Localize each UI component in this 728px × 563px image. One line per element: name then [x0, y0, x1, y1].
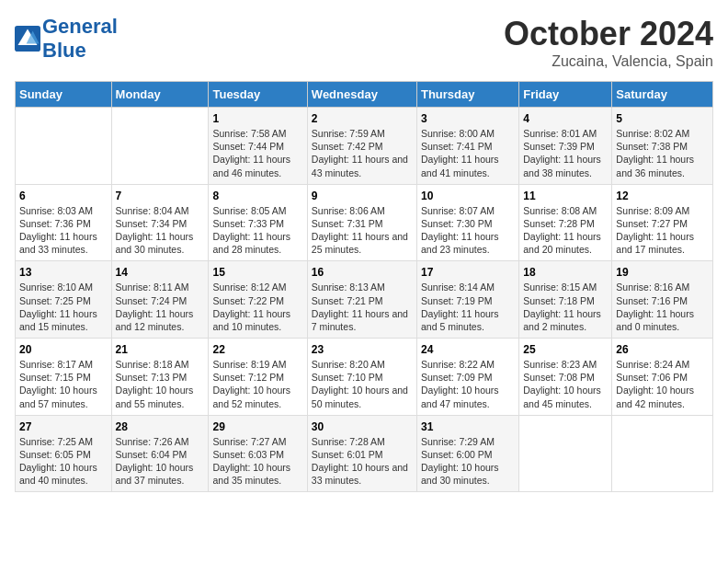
day-info: Sunrise: 8:06 AMSunset: 7:31 PMDaylight:…: [312, 204, 413, 257]
weekday-header-cell: Sunday: [16, 82, 112, 108]
calendar-day-cell: 10Sunrise: 8:07 AMSunset: 7:30 PMDayligh…: [416, 184, 518, 261]
day-info: Sunrise: 8:10 AMSunset: 7:25 PMDaylight:…: [19, 281, 108, 333]
day-number: 26: [616, 343, 709, 356]
calendar-day-cell: 2Sunrise: 7:59 AMSunset: 7:42 PMDaylight…: [307, 108, 416, 185]
day-number: 22: [212, 343, 302, 356]
day-info: Sunrise: 8:17 AMSunset: 7:15 PMDaylight:…: [19, 358, 108, 410]
day-info: Sunrise: 7:28 AMSunset: 6:01 PMDaylight:…: [312, 435, 413, 488]
day-number: 5: [616, 112, 709, 125]
weekday-header-cell: Wednesday: [307, 82, 416, 108]
day-number: 10: [421, 190, 515, 202]
calendar-day-cell: 14Sunrise: 8:11 AMSunset: 7:24 PMDayligh…: [111, 261, 209, 339]
calendar-day-cell: 19Sunrise: 8:16 AMSunset: 7:16 PMDayligh…: [612, 261, 713, 339]
day-number: 2: [312, 112, 413, 125]
weekday-header-cell: Tuesday: [209, 82, 307, 108]
day-number: 17: [421, 266, 515, 279]
day-info: Sunrise: 8:23 AMSunset: 7:08 PMDaylight:…: [523, 358, 608, 410]
day-number: 23: [312, 343, 413, 356]
calendar-day-cell: 29Sunrise: 7:27 AMSunset: 6:03 PMDayligh…: [209, 415, 307, 492]
day-number: 4: [523, 112, 608, 125]
day-number: 13: [19, 266, 108, 279]
calendar-day-cell: 12Sunrise: 8:09 AMSunset: 7:27 PMDayligh…: [612, 184, 713, 261]
calendar-day-cell: 11Sunrise: 8:08 AMSunset: 7:28 PMDayligh…: [519, 184, 612, 261]
calendar-day-cell: 5Sunrise: 8:02 AMSunset: 7:38 PMDaylight…: [612, 108, 713, 185]
weekday-header-cell: Thursday: [416, 82, 518, 108]
day-info: Sunrise: 8:13 AMSunset: 7:21 PMDaylight:…: [312, 281, 413, 333]
calendar-table: SundayMondayTuesdayWednesdayThursdayFrid…: [15, 81, 713, 492]
day-number: 29: [212, 420, 302, 433]
day-info: Sunrise: 7:29 AMSunset: 6:00 PMDaylight:…: [421, 435, 515, 488]
day-info: Sunrise: 8:09 AMSunset: 7:27 PMDaylight:…: [616, 204, 709, 257]
calendar-day-cell: 16Sunrise: 8:13 AMSunset: 7:21 PMDayligh…: [307, 261, 416, 339]
day-number: 9: [312, 190, 413, 202]
day-number: 7: [116, 190, 205, 202]
day-info: Sunrise: 8:04 AMSunset: 7:34 PMDaylight:…: [116, 204, 205, 257]
day-number: 28: [116, 420, 205, 433]
day-info: Sunrise: 8:20 AMSunset: 7:10 PMDaylight:…: [312, 358, 413, 410]
logo: GeneralBlue: [15, 15, 118, 63]
title-block: October 2024 Zucaina, Valencia, Spain: [504, 15, 713, 70]
day-info: Sunrise: 8:15 AMSunset: 7:18 PMDaylight:…: [523, 281, 608, 333]
day-info: Sunrise: 8:00 AMSunset: 7:41 PMDaylight:…: [421, 127, 515, 179]
weekday-header-cell: Saturday: [612, 82, 713, 108]
day-info: Sunrise: 8:19 AMSunset: 7:12 PMDaylight:…: [212, 358, 302, 410]
calendar-day-cell: 18Sunrise: 8:15 AMSunset: 7:18 PMDayligh…: [519, 261, 612, 339]
day-info: Sunrise: 8:14 AMSunset: 7:19 PMDaylight:…: [421, 281, 515, 333]
day-info: Sunrise: 8:24 AMSunset: 7:06 PMDaylight:…: [616, 358, 709, 410]
day-info: Sunrise: 8:12 AMSunset: 7:22 PMDaylight:…: [212, 281, 302, 333]
day-info: Sunrise: 8:08 AMSunset: 7:28 PMDaylight:…: [523, 204, 608, 257]
calendar-day-cell: 25Sunrise: 8:23 AMSunset: 7:08 PMDayligh…: [519, 339, 612, 416]
day-info: Sunrise: 8:05 AMSunset: 7:33 PMDaylight:…: [212, 204, 302, 257]
calendar-day-cell: 13Sunrise: 8:10 AMSunset: 7:25 PMDayligh…: [16, 261, 112, 339]
day-info: Sunrise: 8:18 AMSunset: 7:13 PMDaylight:…: [116, 358, 205, 410]
day-info: Sunrise: 8:16 AMSunset: 7:16 PMDaylight:…: [616, 281, 709, 333]
day-info: Sunrise: 8:11 AMSunset: 7:24 PMDaylight:…: [116, 281, 205, 333]
calendar-body: 1Sunrise: 7:58 AMSunset: 7:44 PMDaylight…: [16, 108, 713, 492]
day-info: Sunrise: 8:03 AMSunset: 7:36 PMDaylight:…: [19, 204, 108, 257]
day-info: Sunrise: 8:01 AMSunset: 7:39 PMDaylight:…: [523, 127, 608, 179]
calendar-week-row: 13Sunrise: 8:10 AMSunset: 7:25 PMDayligh…: [16, 261, 713, 339]
day-number: 18: [523, 266, 608, 279]
calendar-day-cell: 15Sunrise: 8:12 AMSunset: 7:22 PMDayligh…: [209, 261, 307, 339]
day-number: 31: [421, 420, 515, 433]
day-number: 14: [116, 266, 205, 279]
day-number: 19: [616, 266, 709, 279]
day-info: Sunrise: 7:26 AMSunset: 6:04 PMDaylight:…: [116, 435, 205, 488]
calendar-day-cell: 23Sunrise: 8:20 AMSunset: 7:10 PMDayligh…: [307, 339, 416, 416]
calendar-week-row: 27Sunrise: 7:25 AMSunset: 6:05 PMDayligh…: [16, 415, 713, 492]
location: Zucaina, Valencia, Spain: [504, 53, 713, 70]
calendar-day-cell: [612, 415, 713, 492]
weekday-header-cell: Monday: [111, 82, 209, 108]
calendar-day-cell: 8Sunrise: 8:05 AMSunset: 7:33 PMDaylight…: [209, 184, 307, 261]
calendar-day-cell: 24Sunrise: 8:22 AMSunset: 7:09 PMDayligh…: [416, 339, 518, 416]
day-number: 3: [421, 112, 515, 125]
weekday-header-cell: Friday: [519, 82, 612, 108]
calendar-day-cell: 3Sunrise: 8:00 AMSunset: 7:41 PMDaylight…: [416, 108, 518, 185]
day-number: 20: [19, 343, 108, 356]
day-info: Sunrise: 7:59 AMSunset: 7:42 PMDaylight:…: [312, 127, 413, 179]
day-number: 24: [421, 343, 515, 356]
logo-icon: [15, 26, 40, 52]
calendar-day-cell: 21Sunrise: 8:18 AMSunset: 7:13 PMDayligh…: [111, 339, 209, 416]
day-number: 11: [523, 190, 608, 202]
day-number: 21: [116, 343, 205, 356]
day-number: 12: [616, 190, 709, 202]
day-info: Sunrise: 7:58 AMSunset: 7:44 PMDaylight:…: [212, 127, 302, 179]
calendar-day-cell: 20Sunrise: 8:17 AMSunset: 7:15 PMDayligh…: [16, 339, 112, 416]
day-number: 16: [312, 266, 413, 279]
calendar-day-cell: 22Sunrise: 8:19 AMSunset: 7:12 PMDayligh…: [209, 339, 307, 416]
calendar-week-row: 20Sunrise: 8:17 AMSunset: 7:15 PMDayligh…: [16, 339, 713, 416]
calendar-day-cell: 4Sunrise: 8:01 AMSunset: 7:39 PMDaylight…: [519, 108, 612, 185]
day-number: 1: [212, 112, 302, 125]
calendar-day-cell: 1Sunrise: 7:58 AMSunset: 7:44 PMDaylight…: [209, 108, 307, 185]
day-number: 30: [312, 420, 413, 433]
calendar-day-cell: 31Sunrise: 7:29 AMSunset: 6:00 PMDayligh…: [416, 415, 518, 492]
calendar-day-cell: 17Sunrise: 8:14 AMSunset: 7:19 PMDayligh…: [416, 261, 518, 339]
calendar-day-cell: [519, 415, 612, 492]
calendar-week-row: 6Sunrise: 8:03 AMSunset: 7:36 PMDaylight…: [16, 184, 713, 261]
day-info: Sunrise: 8:02 AMSunset: 7:38 PMDaylight:…: [616, 127, 709, 179]
calendar-day-cell: 30Sunrise: 7:28 AMSunset: 6:01 PMDayligh…: [307, 415, 416, 492]
weekday-header-row: SundayMondayTuesdayWednesdayThursdayFrid…: [16, 82, 713, 108]
day-info: Sunrise: 8:07 AMSunset: 7:30 PMDaylight:…: [421, 204, 515, 257]
day-info: Sunrise: 7:25 AMSunset: 6:05 PMDaylight:…: [19, 435, 108, 488]
